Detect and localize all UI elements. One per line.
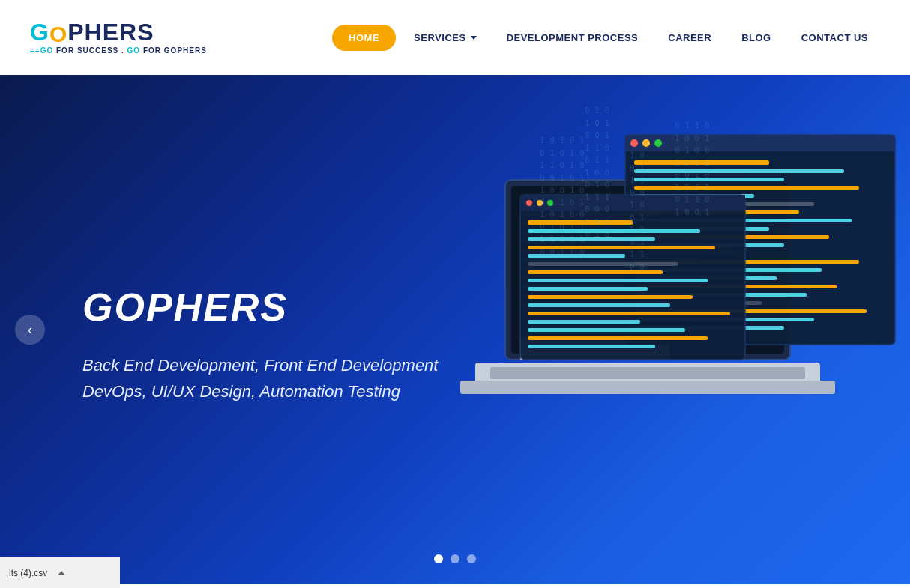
nav-item-home[interactable]: HOME — [332, 25, 396, 51]
download-bar: lts (4).csv — [0, 557, 120, 588]
svg-point-52 — [537, 200, 543, 206]
nav-item-development-process[interactable]: DEVELOPMENT PROCESS — [495, 25, 651, 51]
svg-rect-30 — [634, 178, 784, 181]
prev-arrow-icon: ‹ — [28, 322, 32, 338]
svg-rect-29 — [634, 169, 844, 173]
hero-section: 1 0 1 0 10 1 0 1 01 1 0 1 00 0 1 0 11 0 … — [0, 75, 910, 584]
svg-rect-62 — [528, 287, 648, 291]
slider-prev-button[interactable]: ‹ — [15, 315, 45, 345]
svg-rect-61 — [528, 279, 708, 282]
svg-rect-16 — [460, 381, 835, 394]
svg-rect-49 — [520, 195, 745, 360]
svg-point-51 — [526, 200, 532, 206]
svg-rect-54 — [528, 220, 633, 225]
svg-rect-31 — [634, 186, 859, 190]
logo-tagline: ==GO FOR SUCCESS . GO FOR GOPHERS — [30, 46, 207, 55]
svg-rect-68 — [528, 336, 708, 340]
logo-text: GOPHERS — [30, 20, 154, 46]
slider-dot-3[interactable] — [467, 554, 476, 563]
logo[interactable]: GOPHERS ==GO FOR SUCCESS . GO FOR GOPHER… — [30, 20, 207, 55]
svg-rect-17 — [490, 367, 805, 379]
svg-rect-69 — [528, 345, 655, 348]
svg-rect-67 — [528, 328, 685, 332]
svg-rect-50 — [520, 195, 745, 211]
navbar: GOPHERS ==GO FOR SUCCESS . GO FOR GOPHER… — [0, 0, 910, 75]
svg-rect-66 — [528, 320, 640, 324]
svg-rect-24 — [625, 135, 895, 151]
svg-rect-60 — [528, 270, 663, 274]
nav-links: HOME SERVICES DEVELOPMENT PROCESS CAREER… — [332, 25, 880, 51]
nav-item-services[interactable]: SERVICES — [402, 25, 489, 51]
hero-subtitle-1: Back End Development, Front End Developm… — [82, 352, 438, 378]
svg-rect-55 — [528, 229, 700, 233]
nav-item-contact-us[interactable]: CONTACT US — [789, 25, 880, 51]
svg-rect-58 — [528, 254, 625, 258]
slider-dot-2[interactable] — [451, 554, 459, 563]
nav-item-career[interactable]: CAREER — [656, 25, 723, 51]
hero-illustration — [400, 90, 910, 569]
download-filename: lts (4).csv — [9, 568, 47, 578]
svg-rect-59 — [528, 262, 678, 266]
chevron-down-icon — [471, 36, 477, 40]
hero-content: GOPHERS Back End Development, Front End … — [0, 255, 438, 404]
slider-dots — [434, 554, 476, 563]
hero-title: GOPHERS — [82, 285, 438, 330]
svg-rect-56 — [528, 237, 655, 241]
svg-rect-28 — [634, 160, 769, 165]
svg-rect-63 — [528, 295, 693, 299]
svg-point-53 — [547, 200, 553, 206]
nav-item-blog[interactable]: BLOG — [729, 25, 783, 51]
svg-rect-65 — [528, 312, 730, 315]
svg-point-26 — [642, 139, 650, 147]
svg-rect-57 — [528, 246, 715, 249]
svg-point-27 — [654, 139, 662, 147]
hero-subtitle-2: DevOps, UI/UX Design, Automation Testing — [82, 378, 438, 404]
svg-point-25 — [630, 139, 638, 147]
slider-dot-1[interactable] — [434, 554, 443, 563]
svg-rect-64 — [528, 303, 670, 307]
chevron-up-icon[interactable] — [58, 571, 65, 575]
